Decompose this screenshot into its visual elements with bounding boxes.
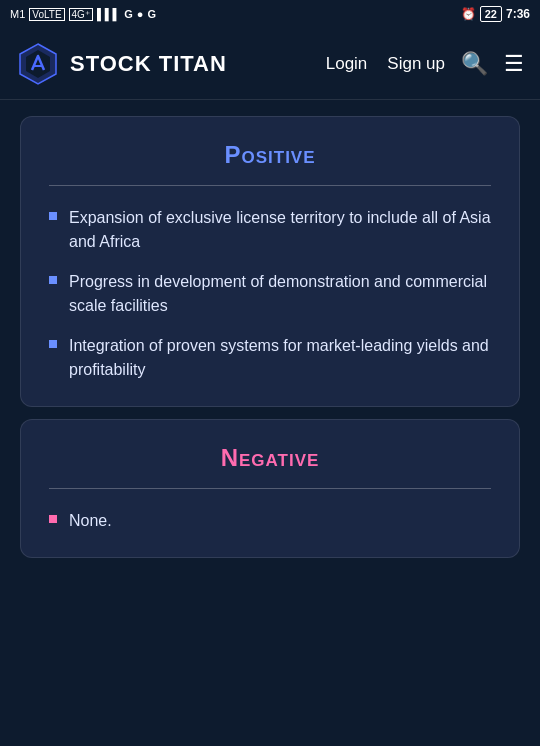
negative-list: None. [49, 509, 491, 533]
positive-list: Expansion of exclusive license territory… [49, 206, 491, 382]
alarm-icon: ⏰ [461, 7, 476, 21]
signup-link[interactable]: Sign up [387, 54, 445, 74]
volte-badge: VoLTE [29, 8, 64, 21]
bullet-square-icon [49, 276, 57, 284]
bullet-square-negative-icon [49, 515, 57, 523]
bullet-square-icon [49, 212, 57, 220]
nav-icons: 🔍 ☰ [461, 51, 524, 77]
positive-divider [49, 185, 491, 186]
list-item: Expansion of exclusive license territory… [49, 206, 491, 254]
logo-icon [16, 42, 60, 86]
positive-item-3: Integration of proven systems for market… [69, 334, 491, 382]
negative-divider [49, 488, 491, 489]
whatsapp-icon: ● [137, 8, 144, 20]
list-item: Integration of proven systems for market… [49, 334, 491, 382]
positive-item-1: Expansion of exclusive license territory… [69, 206, 491, 254]
menu-icon[interactable]: ☰ [504, 51, 524, 77]
main-content: Positive Expansion of exclusive license … [0, 100, 540, 746]
list-item: Progress in development of demonstration… [49, 270, 491, 318]
battery-indicator: 22 [480, 6, 502, 22]
signal-icon: ▌▌▌ [97, 8, 120, 20]
nav-links: Login Sign up [326, 54, 445, 74]
list-item: None. [49, 509, 491, 533]
bullet-square-icon [49, 340, 57, 348]
negative-title: Negative [49, 444, 491, 472]
network-badge: 4G⁺ [69, 8, 93, 21]
status-bar: M1 VoLTE 4G⁺ ▌▌▌ G ● G ⏰ 22 7:36 [0, 0, 540, 28]
status-left: M1 VoLTE 4G⁺ ▌▌▌ G ● G [10, 8, 156, 21]
negative-card: Negative None. [20, 419, 520, 558]
search-icon[interactable]: 🔍 [461, 51, 488, 77]
positive-title: Positive [49, 141, 491, 169]
navbar: STOCK TITAN Login Sign up 🔍 ☰ [0, 28, 540, 100]
g-icon-2: G [148, 8, 157, 20]
logo-text: STOCK TITAN [70, 51, 227, 77]
positive-card: Positive Expansion of exclusive license … [20, 116, 520, 407]
g-icon-1: G [124, 8, 133, 20]
positive-item-2: Progress in development of demonstration… [69, 270, 491, 318]
carrier-info: M1 [10, 8, 25, 20]
login-link[interactable]: Login [326, 54, 368, 74]
logo-area: STOCK TITAN [16, 42, 326, 86]
negative-item-1: None. [69, 509, 112, 533]
time-display: 7:36 [506, 7, 530, 21]
status-right: ⏰ 22 7:36 [461, 6, 530, 22]
